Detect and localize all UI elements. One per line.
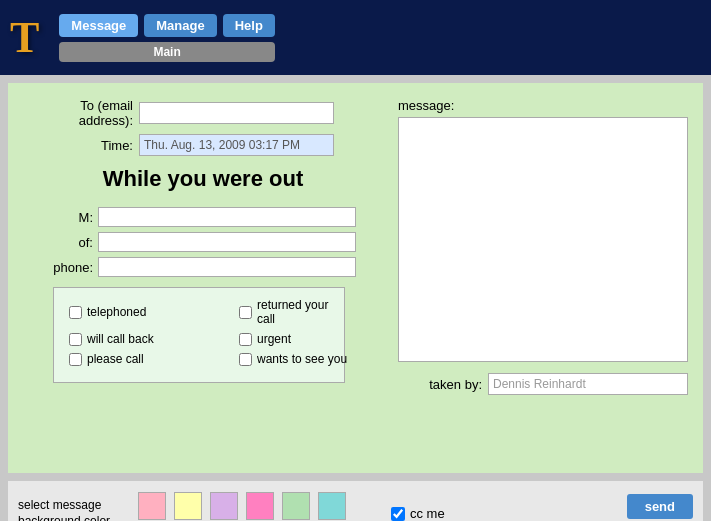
cb-pleasecall-input[interactable] [69,353,82,366]
taken-by-row: taken by: [398,373,688,395]
color-option-green[interactable] [282,492,310,522]
cb-pleasecall-label: please call [87,352,144,366]
cb-row-2: will call back urgent [69,332,329,346]
color-option-magenta[interactable] [246,492,274,522]
to-input[interactable] [139,102,334,124]
main-nav-button[interactable]: Main [59,42,275,62]
right-panel: message: taken by: [398,98,688,395]
send-area: send Please allow several seconds [549,494,693,522]
message-nav-button[interactable]: Message [59,14,138,37]
cb-wantstosee-label: wants to see you [257,352,347,366]
color-option-pink[interactable] [138,492,166,522]
cb-urgent-input[interactable] [239,333,252,346]
phone-label: phone: [53,260,93,275]
color-swatch-cyan [318,492,346,520]
cb-row-1: telephoned returned your call [69,298,329,326]
cb-pleasecall[interactable]: please call [69,352,179,366]
bottom-bar: select message background color cc me se… [8,481,703,521]
wywo-title: While you were out [23,166,383,192]
cb-willcallback[interactable]: will call back [69,332,179,346]
left-panel: To (email address): Time: While you were… [23,98,383,395]
select-bg-label: select message background color [18,498,123,521]
help-nav-button[interactable]: Help [223,14,275,37]
nav-top: Message Manage Help [59,14,275,37]
cb-returned[interactable]: returned your call [239,298,349,326]
to-label: To (email address): [23,98,133,128]
cb-row-3: please call wants to see you [69,352,329,366]
color-options [138,492,346,522]
main-content: To (email address): Time: While you were… [8,83,703,473]
send-button[interactable]: send [627,494,693,519]
color-swatch-lavender [210,492,238,520]
topbar: T Message Manage Help Main [0,0,711,75]
cb-telephoned-label: telephoned [87,305,146,319]
color-swatch-green [282,492,310,520]
taken-by-input[interactable] [488,373,688,395]
form-area: To (email address): Time: While you were… [23,98,688,395]
m-input[interactable] [98,207,356,227]
message-textarea[interactable] [398,117,688,362]
cb-urgent[interactable]: urgent [239,332,349,346]
phone-field-row: phone: [53,257,383,277]
to-field-row: To (email address): [23,98,383,128]
time-field-row: Time: [23,134,383,156]
cb-willcallback-input[interactable] [69,333,82,346]
time-label: Time: [23,138,133,153]
cb-telephoned[interactable]: telephoned [69,298,179,326]
color-option-cyan[interactable] [318,492,346,522]
cb-wantstosee[interactable]: wants to see you [239,352,349,366]
checkbox-panel: telephoned returned your call will call … [53,287,345,383]
cb-wantstosee-input[interactable] [239,353,252,366]
color-option-yellow[interactable] [174,492,202,522]
manage-nav-button[interactable]: Manage [144,14,216,37]
time-input[interactable] [139,134,334,156]
cb-returned-label: returned your call [257,298,349,326]
nav-buttons: Message Manage Help Main [59,14,275,62]
cb-urgent-label: urgent [257,332,291,346]
message-label: message: [398,98,688,113]
color-option-lavender[interactable] [210,492,238,522]
phone-input[interactable] [98,257,356,277]
cb-telephoned-input[interactable] [69,306,82,319]
cc-me-checkbox[interactable] [391,507,405,521]
of-field-row: of: [53,232,383,252]
of-label: of: [53,235,93,250]
m-label: M: [53,210,93,225]
taken-by-label: taken by: [429,377,482,392]
m-field-row: M: [53,207,383,227]
of-input[interactable] [98,232,356,252]
cc-me-label: cc me [410,506,445,521]
color-swatch-pink [138,492,166,520]
cb-returned-input[interactable] [239,306,252,319]
color-swatch-magenta [246,492,274,520]
color-swatch-yellow [174,492,202,520]
app-logo: T [10,16,39,60]
cb-willcallback-label: will call back [87,332,154,346]
logo-area: T [10,16,39,60]
cc-me-area: cc me [391,506,445,521]
